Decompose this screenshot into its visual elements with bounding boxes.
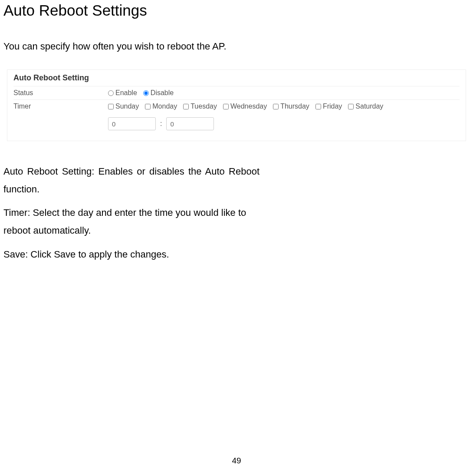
friday-checkbox[interactable] [315, 104, 321, 109]
disable-radio[interactable] [143, 90, 149, 96]
wednesday-option[interactable]: Wednesday [223, 102, 267, 110]
wednesday-label: Wednesday [230, 102, 267, 110]
time-inputs: : [108, 117, 214, 130]
friday-option[interactable]: Friday [315, 102, 342, 110]
timer-days: Sunday Monday Tuesday Wednesday Thursday… [108, 102, 387, 110]
status-label: Status [13, 89, 108, 97]
status-row: Status Enable Disable [13, 86, 460, 99]
enable-label: Enable [115, 89, 137, 97]
tuesday-option[interactable]: Tuesday [183, 102, 217, 110]
enable-radio[interactable] [108, 90, 114, 96]
panel-heading: Auto Reboot Setting [13, 73, 460, 83]
friday-label: Friday [323, 102, 342, 110]
saturday-label: Saturday [355, 102, 383, 110]
sunday-label: Sunday [115, 102, 139, 110]
desc-timer: Timer: Select the day and enter the time… [3, 204, 259, 239]
disable-label: Disable [151, 89, 174, 97]
thursday-checkbox[interactable] [273, 104, 279, 109]
desc-auto-reboot: Auto Reboot Setting: Enables or disables… [3, 163, 259, 198]
saturday-option[interactable]: Saturday [348, 102, 383, 110]
tuesday-label: Tuesday [191, 102, 217, 110]
monday-option[interactable]: Monday [145, 102, 177, 110]
time-row: : [13, 113, 460, 133]
auto-reboot-panel: Auto Reboot Setting Status Enable Disabl… [7, 69, 466, 141]
intro-text: You can specify how often you wish to re… [3, 41, 470, 52]
sunday-checkbox[interactable] [108, 104, 114, 109]
enable-option[interactable]: Enable [108, 89, 137, 97]
status-options: Enable Disable [108, 89, 177, 97]
monday-checkbox[interactable] [145, 104, 151, 109]
monday-label: Monday [152, 102, 177, 110]
desc-save: Save: Click Save to apply the changes. [3, 246, 259, 264]
time-colon: : [160, 120, 162, 128]
minute-input[interactable] [166, 117, 214, 130]
saturday-checkbox[interactable] [348, 104, 354, 109]
page-title: Auto Reboot Settings [3, 2, 470, 19]
sunday-option[interactable]: Sunday [108, 102, 139, 110]
timer-row: Timer Sunday Monday Tuesday Wednesday Th… [13, 99, 460, 113]
timer-label: Timer [13, 102, 108, 110]
disable-option[interactable]: Disable [143, 89, 174, 97]
tuesday-checkbox[interactable] [183, 104, 189, 109]
thursday-label: Thursday [280, 102, 309, 110]
thursday-option[interactable]: Thursday [273, 102, 309, 110]
hour-input[interactable] [108, 117, 156, 130]
page-number: 49 [0, 456, 473, 466]
wednesday-checkbox[interactable] [223, 104, 229, 109]
